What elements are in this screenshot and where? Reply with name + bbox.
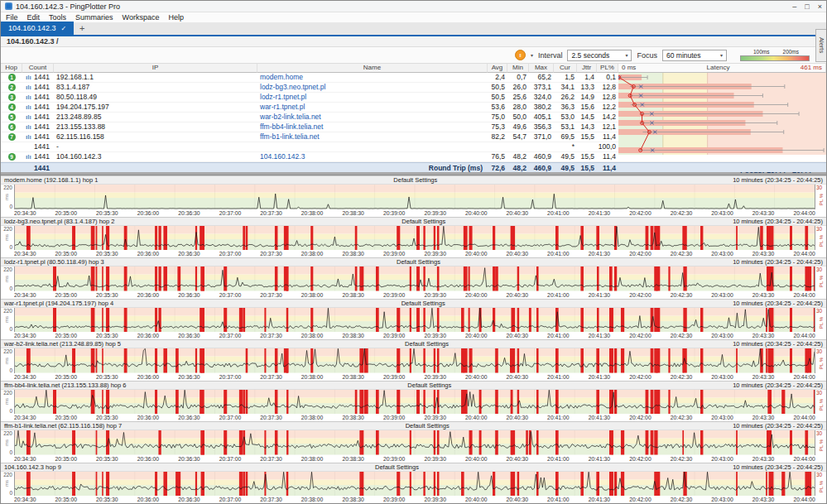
time-label: 20:35:00	[55, 414, 77, 421]
time-label: 20:40:00	[465, 332, 487, 339]
hop-name[interactable]: 104.160.142.3	[257, 152, 488, 161]
time-label: 20:40:30	[507, 209, 528, 217]
latency-plot[interactable]	[14, 266, 815, 291]
graph-range-label: 10 minutes (20:34:25 - 20:44:25)	[733, 463, 823, 471]
timeline-graph[interactable]: war-r1.tpnet.pl (194.204.175.197) hop 4D…	[1, 299, 826, 340]
maximize-button[interactable]: □	[805, 1, 809, 12]
trace-graph-icon[interactable]: ılı	[26, 93, 31, 102]
interval-label: Interval	[538, 51, 563, 60]
col-cur[interactable]: Cur	[554, 64, 577, 73]
timeline-graph[interactable]: ffm-bb4-link.telia.net (213.155.133.88) …	[1, 381, 826, 422]
hop-name[interactable]: war-b2-link.telia.net	[257, 113, 488, 122]
menu-workspace[interactable]: Workspace	[123, 13, 160, 22]
packet-loss-value: 14,2	[597, 113, 618, 122]
latency-scale-bar[interactable]	[740, 55, 810, 61]
menu-edit[interactable]: Edit	[27, 13, 41, 22]
hop-name[interactable]: modem.home	[257, 73, 488, 82]
latency-range-panel[interactable]	[618, 73, 827, 155]
col-ip[interactable]: IP	[54, 64, 257, 73]
timeline-graph[interactable]: modem.home (192.168.1.1) hop 1Default Se…	[1, 175, 826, 217]
alerts-side-tab[interactable]: Alerts	[815, 29, 826, 62]
time-label: 20:37:30	[260, 496, 281, 503]
time-label: 20:36:00	[137, 332, 159, 339]
target-address[interactable]: 104.160.142.3 /	[7, 37, 59, 46]
jitter-value: 14,9	[577, 93, 597, 102]
col-jttr[interactable]: Jttr	[577, 64, 597, 73]
time-label: 20:34:30	[14, 209, 36, 217]
cur-value: 34,1	[554, 83, 577, 92]
timeline-graph[interactable]: ffm-b1-link.telia.net (62.115.116.158) h…	[1, 421, 826, 463]
sample-count: 1441	[34, 73, 50, 82]
check-icon: ✓	[61, 25, 67, 32]
hop-name[interactable]: ffm-b1-link.telia.net	[257, 132, 488, 142]
col-count[interactable]: Count	[22, 64, 54, 73]
latency-plot[interactable]	[14, 472, 815, 497]
latency-plot[interactable]	[14, 226, 815, 251]
time-label: 20:44:00	[793, 414, 815, 421]
trace-graph-icon[interactable]: ılı	[26, 122, 31, 132]
trace-graph-icon[interactable]: ılı	[26, 132, 31, 142]
tab-target[interactable]: 104.160.142.3 ✓	[1, 22, 74, 35]
time-label: 20:36:30	[178, 414, 200, 421]
hop-badge: 1	[8, 74, 16, 81]
hop-name[interactable]: lodz-bg3.neo.tpnet.pl	[257, 83, 488, 92]
col-min[interactable]: Min	[507, 64, 529, 73]
menu-summaries[interactable]: Summaries	[75, 13, 113, 22]
time-label: 20:43:30	[752, 496, 774, 503]
latency-plot[interactable]	[14, 308, 815, 333]
graph-header: war-b2-link.telia.net (213.248.89.85) ho…	[1, 340, 826, 348]
timeline-graph[interactable]: war-b2-link.telia.net (213.248.89.85) ho…	[1, 339, 826, 381]
sample-count-cell: ılı1441	[22, 93, 54, 102]
hop-name[interactable]: war-r1.tpnet.pl	[257, 103, 488, 112]
pl-max-label: 30	[816, 308, 822, 314]
pause-menu-caret-icon[interactable]: ▾	[531, 52, 533, 58]
trace-graph-icon[interactable]: ılı	[26, 73, 31, 82]
latency-plot[interactable]	[14, 430, 815, 455]
focus-select[interactable]: 60 minutes ▾	[662, 50, 727, 61]
col-max[interactable]: Max	[529, 64, 554, 73]
timeline-graph[interactable]: 104.160.142.3 hop 9Default Settings10 mi…	[1, 463, 826, 504]
hop-name[interactable]	[257, 142, 488, 151]
pause-button[interactable]: ‖	[515, 50, 526, 60]
minimize-button[interactable]: –	[792, 1, 796, 12]
col-hop[interactable]: Hop	[1, 64, 22, 73]
time-label: 20:37:00	[219, 496, 241, 503]
col-name[interactable]: Name	[257, 64, 488, 73]
rt-hop-cell	[1, 163, 22, 173]
latency-plot[interactable]	[14, 390, 815, 415]
timeline-graph[interactable]: lodz-r1.tpnet.pl (80.50.118.49) hop 3Def…	[1, 257, 826, 299]
new-tab-button[interactable]: +	[74, 22, 90, 35]
time-label: 20:39:30	[424, 209, 445, 217]
time-label: 20:39:30	[424, 414, 445, 421]
latency-plot[interactable]	[14, 348, 815, 373]
sample-count-cell: 1441	[22, 142, 54, 151]
time-label: 20:39:00	[383, 291, 405, 299]
packet-loss-axis: 30PL %	[815, 185, 826, 209]
menu-tools[interactable]: Tools	[49, 13, 66, 22]
avg-value: 50,5	[488, 83, 507, 92]
col-pl[interactable]: PL%	[597, 64, 618, 73]
col-avg[interactable]: Avg	[488, 64, 507, 73]
menu-help[interactable]: Help	[168, 13, 184, 22]
rt-min: 48,2	[507, 163, 529, 173]
cur-value: 49,5	[554, 152, 577, 161]
menu-file[interactable]: File	[6, 13, 18, 22]
time-label: 20:39:00	[383, 332, 405, 339]
close-button[interactable]: ×	[818, 1, 822, 12]
latency-plot[interactable]	[14, 185, 815, 209]
latency-scale-legend: 100ms 200ms	[740, 49, 810, 61]
round-trip-label: Round Trip (ms)	[257, 163, 488, 173]
timeline-graph[interactable]: lodz-bg3.neo.tpnet.pl (83.1.4.187) hop 2…	[1, 217, 826, 258]
trace-graph-icon[interactable]: ılı	[26, 83, 31, 92]
hop-name[interactable]: lodz-r1.tpnet.pl	[257, 93, 488, 102]
time-label: 20:43:00	[711, 209, 733, 217]
trace-graph-icon[interactable]: ılı	[26, 103, 31, 112]
trace-graph-icon[interactable]: ılı	[26, 152, 31, 161]
min-value: 28,0	[507, 103, 529, 112]
jitter-value: 1,4	[577, 73, 597, 82]
interval-select[interactable]: 2.5 seconds ▾	[567, 50, 632, 61]
max-value: 65,2	[529, 73, 554, 82]
hop-name[interactable]: ffm-bb4-link.telia.net	[257, 122, 488, 132]
time-label: 20:42:00	[629, 455, 651, 463]
trace-graph-icon[interactable]: ılı	[26, 113, 31, 122]
